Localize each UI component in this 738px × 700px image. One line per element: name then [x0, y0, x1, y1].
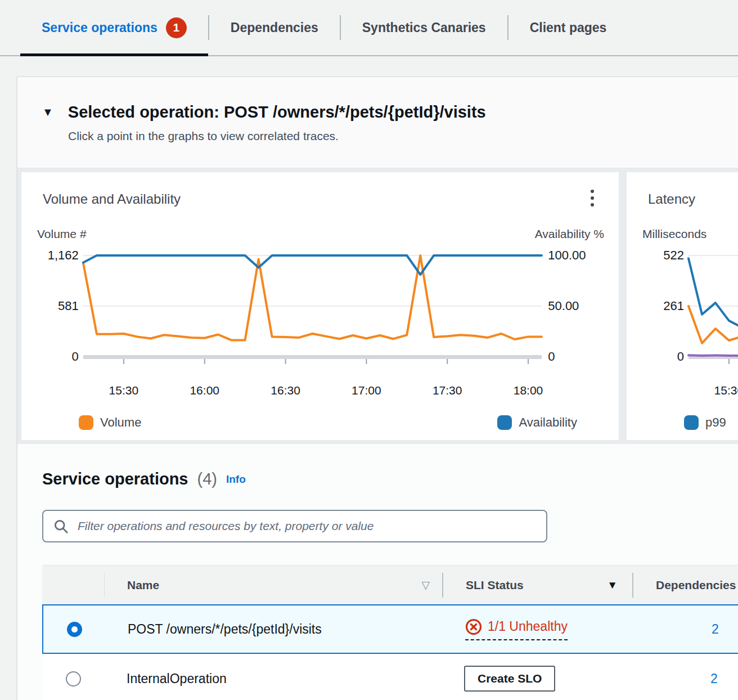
legend-label: Availability [519, 415, 577, 430]
tab-label: Client pages [530, 20, 607, 35]
x-tick: 16:30 [271, 384, 300, 397]
availability-legend-swatch [497, 415, 512, 430]
column-label: SLI Status [466, 578, 524, 592]
sort-icon-sli-status[interactable]: ▼ [607, 579, 618, 591]
y-tick: 522 [663, 248, 684, 263]
legend-item-volume[interactable]: Volume [79, 415, 141, 430]
left-axis-ticks: 522 261 0 [641, 249, 684, 379]
y-tick: 261 [663, 299, 684, 313]
tab-synthetics-canaries[interactable]: Synthetics Canaries [341, 0, 507, 55]
y-tick: 581 [58, 299, 79, 313]
table-row[interactable]: POST /owners/*/pets/{petId}/visits 1/1 U… [42, 604, 738, 654]
operation-name: POST /owners/*/pets/{petId}/visits [128, 622, 322, 637]
operations-table: Name ▽ SLI Status ▼ Dependencies POST /o… [42, 565, 738, 700]
tab-service-operations[interactable]: Service operations 1 [20, 0, 208, 55]
left-axis-label: Volume # [37, 227, 87, 241]
name-column-header[interactable]: Name ▽ [105, 578, 442, 592]
latency-plot[interactable] [688, 249, 738, 379]
x-axis-labels: 15:30 [688, 384, 738, 401]
x-tick: 15:30 [109, 384, 139, 397]
radio-unselected[interactable] [66, 671, 81, 686]
x-tick: 18:00 [514, 384, 543, 397]
y-tick: 0 [548, 349, 555, 364]
tab-label: Service operations [42, 20, 158, 35]
kebab-menu-button[interactable] [583, 186, 602, 210]
dependencies-column-header[interactable]: Dependencies [633, 578, 738, 592]
x-tick: 17:30 [433, 384, 462, 397]
dependencies-count-link[interactable]: 2 [710, 671, 718, 686]
service-operations-section: Service operations (4) Info Name ▽ [17, 444, 738, 700]
sli-status-column-header[interactable]: SLI Status ▼ [443, 578, 632, 592]
left-axis-ticks: 1,162 581 0 [36, 249, 79, 379]
sli-status-unhealthy[interactable]: 1/1 Unhealthy [465, 618, 568, 640]
chart-title: Volume and Availability [43, 191, 604, 207]
x-axis-labels: 15:30 16:00 16:30 17:00 17:30 18:00 [83, 384, 542, 401]
volume-legend-swatch [79, 415, 93, 430]
expand-caret-icon[interactable]: ▼ [42, 106, 53, 119]
error-circle-x-icon [465, 618, 482, 635]
y-tick: 100.00 [548, 248, 586, 263]
section-title: Service operations [42, 470, 188, 488]
x-tick: 17:00 [352, 384, 381, 397]
selected-operation-panel: ▼ Selected operation: POST /owners/*/pet… [17, 77, 738, 700]
y-tick: 50.00 [548, 299, 579, 313]
legend-label: p99 [705, 415, 726, 430]
alert-count-badge: 1 [166, 17, 187, 38]
latency-card: Latency Milliseconds 522 261 0 15:30 [626, 172, 738, 441]
p99-legend-swatch [684, 415, 699, 430]
right-axis-label: Availability % [535, 227, 604, 241]
sort-icon-name[interactable]: ▽ [421, 578, 430, 591]
filter-input[interactable] [76, 519, 536, 533]
tab-label: Synthetics Canaries [362, 20, 486, 35]
line-chart[interactable] [83, 249, 542, 379]
operation-name: InternalOperation [127, 671, 227, 686]
expandable-section-header: ▼ Selected operation: POST /owners/*/pet… [17, 77, 738, 168]
column-label: Dependencies [656, 578, 736, 592]
selected-operation-subtitle: Click a point in the graphs to view corr… [68, 129, 738, 143]
sli-status-text: 1/1 Unhealthy [488, 619, 568, 634]
left-axis-label: Milliseconds [642, 227, 706, 241]
chart-title: Latency [648, 191, 738, 207]
legend-item-p99[interactable]: p99 [684, 415, 726, 430]
table-row[interactable]: InternalOperation Create SLO 2 [42, 654, 738, 700]
y-tick: 0 [72, 349, 79, 364]
search-icon [53, 519, 69, 534]
tab-dependencies[interactable]: Dependencies [209, 0, 340, 55]
info-link[interactable]: Info [226, 473, 246, 486]
tab-bar: Service operations 1 Dependencies Synthe… [0, 0, 738, 56]
column-label: Name [127, 578, 159, 592]
selected-operation-title: Selected operation: POST /owners/*/pets/… [68, 103, 486, 122]
x-tick: 15:30 [714, 384, 738, 397]
radio-selected[interactable] [67, 622, 82, 637]
charts-row: Volume and Availability Volume # Availab… [17, 168, 738, 444]
right-axis-ticks: 100.00 50.00 0 [548, 249, 604, 379]
tab-client-pages[interactable]: Client pages [508, 0, 628, 55]
y-tick: 0 [677, 349, 684, 364]
table-header-row: Name ▽ SLI Status ▼ Dependencies [42, 565, 738, 604]
create-slo-button[interactable]: Create SLO [464, 666, 555, 692]
line-chart[interactable] [688, 249, 738, 379]
tab-label: Dependencies [231, 20, 318, 35]
expandable-section-toggle[interactable]: ▼ Selected operation: POST /owners/*/pet… [42, 103, 738, 122]
legend-label: Volume [100, 415, 141, 430]
y-tick: 1,162 [48, 248, 79, 263]
x-tick: 16:00 [190, 384, 219, 397]
section-count: (4) [197, 470, 217, 488]
filter-container [42, 510, 547, 542]
volume-availability-plot[interactable] [83, 249, 541, 379]
volume-availability-card: Volume and Availability Volume # Availab… [21, 172, 619, 441]
legend-item-availability[interactable]: Availability [497, 415, 577, 430]
dependencies-count-link[interactable]: 2 [712, 622, 719, 637]
